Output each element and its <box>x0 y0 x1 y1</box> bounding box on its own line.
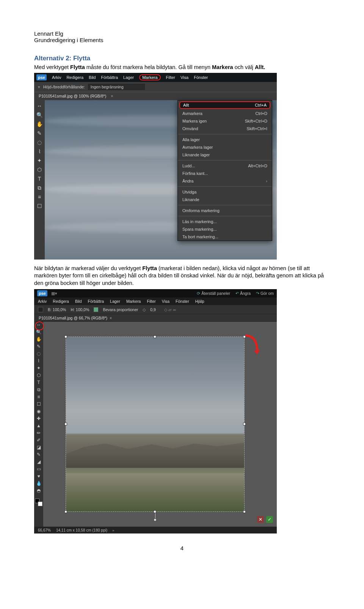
handle-mid-left[interactable] <box>64 423 67 425</box>
smart-brush-icon[interactable]: ✐ <box>37 438 41 442</box>
menu-forbattra[interactable]: Förbättra <box>101 75 118 80</box>
handle-bottom-left[interactable] <box>64 510 67 513</box>
lasso-tool-icon[interactable]: ⌇ <box>38 359 40 363</box>
menu-bild[interactable]: Bild <box>89 75 96 80</box>
menu-visa[interactable]: Visa <box>180 75 188 80</box>
dropdown-avmarkera-lager[interactable]: Avmarkera lager <box>178 143 272 151</box>
eyedropper-icon[interactable]: ✎ <box>37 131 42 136</box>
eyedropper-icon[interactable]: ✎ <box>37 344 41 349</box>
hand-tool-icon[interactable]: ✋ <box>36 337 42 341</box>
dropdown-las-in[interactable]: Läs in markering... <box>178 218 272 225</box>
pencil-tool-icon[interactable]: ✎ <box>37 452 41 457</box>
dropdown-ludd[interactable]: Ludd...Alt+Ctrl+D <box>178 162 272 170</box>
ratio-value[interactable]: Ingen begränsning <box>88 84 145 90</box>
menu-filter[interactable]: Filter <box>166 75 175 80</box>
type-tool-icon[interactable]: T <box>37 380 40 385</box>
marquee-tool-icon[interactable]: ◌ <box>37 140 42 145</box>
healing-brush-icon[interactable]: ✚ <box>37 416 41 421</box>
angle-value[interactable]: 0,9 <box>150 307 156 312</box>
canvas[interactable]: ✕ ✓ <box>43 322 277 527</box>
crop-tool-icon[interactable]: ⧉ <box>38 185 41 190</box>
cookie-cutter-icon[interactable]: ☐ <box>37 203 42 209</box>
brush-tool-icon[interactable]: ✏ <box>37 431 41 435</box>
quick-select-icon[interactable]: ⬡ <box>37 373 41 378</box>
dropdown-andra[interactable]: Ändra <box>178 177 272 185</box>
menu-hjalp[interactable]: Hjälp <box>195 299 204 304</box>
redeye-tool-icon[interactable]: ◉ <box>37 409 41 414</box>
zoom-tool-icon[interactable]: 🔍 <box>36 112 43 118</box>
shape-tool-icon[interactable]: ♥ <box>37 474 40 478</box>
dropdown-omvand[interactable]: OmvändSkift+Ctrl+I <box>178 125 272 132</box>
menu-markera[interactable]: Markera <box>126 299 141 304</box>
dropdown-omforma[interactable]: Omforma markering <box>178 207 272 214</box>
reference-point-icon[interactable] <box>38 307 43 312</box>
menu-redigera[interactable]: Redigera <box>66 75 83 80</box>
menu-bild[interactable]: Bild <box>75 299 82 304</box>
menu-redigera[interactable]: Redigera <box>53 299 69 304</box>
dropdown-utvidga[interactable]: Utvidga <box>178 188 272 196</box>
dropdown-allt[interactable]: AlltCtrl+A <box>179 101 270 109</box>
straighten-tool-icon[interactable]: ≡ <box>37 395 40 399</box>
dropdown-liknande-lager[interactable]: Liknande lager <box>178 151 272 159</box>
dropdown-alla-lager[interactable]: Alla lager <box>178 136 272 143</box>
doc-dimensions: 14,11 cm x 10,58 cm (180 ppi) <box>56 528 107 532</box>
hand-tool-icon[interactable]: ✋ <box>36 121 43 127</box>
menu-visa[interactable]: Visa <box>162 299 169 304</box>
menu-filter[interactable]: Filter <box>147 299 155 304</box>
page-number: 4 <box>34 545 330 551</box>
lasso-tool-icon[interactable]: ⌇ <box>38 149 41 154</box>
handle-top-mid[interactable] <box>154 335 156 338</box>
dropdown-forfina-kant[interactable]: Förfina kant... <box>178 170 272 177</box>
blur-tool-icon[interactable]: 💧 <box>36 481 42 486</box>
handle-bottom-mid[interactable] <box>154 510 156 513</box>
wand-tool-icon[interactable]: ✦ <box>37 366 41 370</box>
marquee-tool-icon[interactable]: ◌ <box>37 351 41 356</box>
cookie-cutter-icon[interactable]: ☐ <box>37 402 41 406</box>
canvas[interactable]: AlltCtrl+A AvmarkeraCtrl+D Markera igenS… <box>45 100 277 260</box>
move-tool-icon[interactable]: ↔ <box>37 103 42 109</box>
transform-bounding-box[interactable] <box>66 337 244 511</box>
menu-lager[interactable]: Lager <box>110 299 120 304</box>
dropdown-spara[interactable]: Spara markering... <box>178 225 272 233</box>
selection-brush-icon[interactable]: ⬡ <box>37 167 42 172</box>
dropdown-avmarkera[interactable]: AvmarkeraCtrl+D <box>178 110 272 117</box>
dropdown-markera-igen[interactable]: Markera igenSkift+Ctrl+D <box>178 117 272 125</box>
clone-stamp-icon[interactable]: ▲ <box>36 423 41 428</box>
straighten-tool-icon[interactable]: ≡ <box>38 194 41 200</box>
handle-mid-right[interactable] <box>243 423 246 425</box>
color-swatch[interactable] <box>35 499 42 506</box>
menu-fonster[interactable]: Fönster <box>176 299 189 304</box>
doc-author: Lennart Elg <box>34 30 330 37</box>
constrain-checkbox[interactable] <box>94 307 98 312</box>
document-tab[interactable]: P1010541small.jpg @ 100% (RGB/8*)× <box>34 92 277 100</box>
type-tool-icon[interactable]: T <box>38 176 41 181</box>
undo-button[interactable]: ↶ Ångra <box>235 291 251 296</box>
handle-top-left[interactable] <box>64 335 67 338</box>
menu-arkiv[interactable]: Arkiv <box>52 75 61 80</box>
redo-button[interactable]: ↷ Gör om <box>256 291 274 296</box>
sponge-tool-icon[interactable]: ◓ <box>37 488 41 493</box>
options-bar: ▾ Höjd-/breddförhållande: Ingen begränsn… <box>34 82 277 92</box>
menu-fonster[interactable]: Fönster <box>194 75 208 80</box>
crop-tool-icon[interactable]: ⧉ <box>37 387 41 392</box>
dropdown-liknande[interactable]: Liknande <box>178 196 272 203</box>
reset-panels-button[interactable]: ⟳ Återställ paneler <box>197 291 230 296</box>
tool-palette: ↔ 🔍 ✋ ✎ ◌ ⌇ ✦ ⬡ T ⧉ ≡ ☐ <box>34 100 45 260</box>
skew-icon[interactable]: ◇ ▱ ⫘ <box>164 307 177 312</box>
menu-lager[interactable]: Lager <box>123 75 134 80</box>
gradient-tool-icon[interactable]: ▭ <box>37 467 41 471</box>
bucket-tool-icon[interactable]: ◢ <box>37 460 41 464</box>
eraser-tool-icon[interactable]: ◪ <box>37 445 41 450</box>
cancel-button[interactable]: ✕ <box>257 516 264 523</box>
menu-arkiv[interactable]: Arkiv <box>38 299 47 304</box>
document-tab[interactable]: P1010541small.jpg @ 66,7% (RGB/8*)× <box>34 314 277 322</box>
handle-bottom-right[interactable] <box>243 510 246 513</box>
commit-button[interactable]: ✓ <box>266 516 273 523</box>
dropdown-ta-bort[interactable]: Ta bort markering... <box>178 233 272 241</box>
zoom-tool-icon[interactable]: 🔍 <box>36 330 42 334</box>
menu-forbattra[interactable]: Förbättra <box>88 299 104 304</box>
wand-tool-icon[interactable]: ✦ <box>37 158 42 163</box>
layout-icon[interactable]: ▦▾ <box>51 291 57 296</box>
rotate-handle[interactable] <box>154 518 157 521</box>
menu-markera[interactable]: Markera <box>139 74 160 80</box>
